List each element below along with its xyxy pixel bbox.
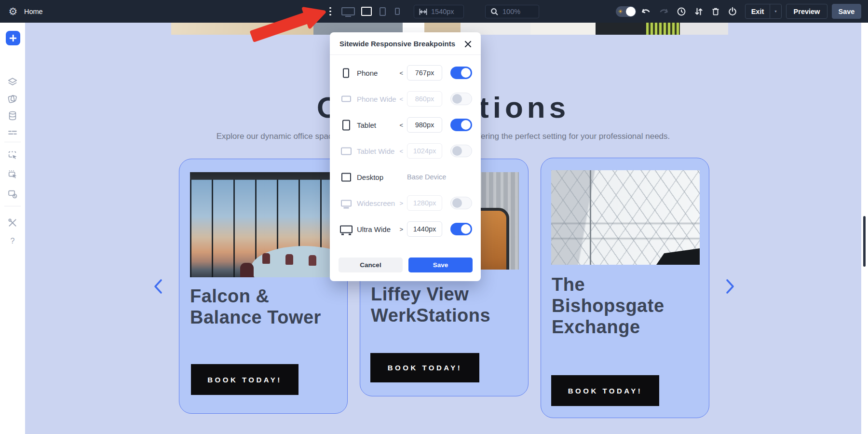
sidebar-item-menu[interactable]	[0, 125, 25, 140]
help-icon: ?	[11, 237, 15, 245]
widescreen-toggle[interactable]	[450, 197, 472, 209]
breakpoint-row-ultra-wide: Ultra Wide>1440px	[330, 216, 481, 242]
ultra-wide-icon	[339, 223, 353, 236]
widgets-icon	[7, 189, 18, 199]
ultra-wide-toggle[interactable]	[450, 223, 472, 235]
widescreen-icon	[339, 197, 353, 210]
tablet-value-input[interactable]: 980px	[407, 117, 442, 133]
history-button[interactable]	[673, 0, 690, 23]
more-options-menu[interactable]	[324, 0, 337, 23]
add-element-button[interactable]	[6, 31, 20, 45]
location-card-bishopsgate[interactable]: The Bishopsgate Exchange BOOK TODAY!	[541, 158, 709, 418]
exit-caret-button[interactable]: ▼	[770, 4, 781, 18]
save-button[interactable]: Save	[832, 4, 861, 19]
comparator-label: <	[395, 122, 403, 129]
phone-toggle[interactable]	[450, 67, 472, 79]
sort-arrows-icon	[694, 7, 704, 16]
breakpoint-label: Tablet	[357, 121, 376, 129]
location-card-falcon[interactable]: Falcon & Balance Tower BOOK TODAY!	[179, 159, 348, 414]
breakpoint-label: Phone	[357, 69, 378, 77]
card-title[interactable]: Liffey View WerkStations	[371, 284, 490, 326]
book-today-button[interactable]: BOOK TODAY!	[370, 353, 479, 382]
sidebar-item-tools[interactable]	[0, 216, 25, 230]
sidebar-item-widgets[interactable]	[0, 187, 25, 201]
tablet-wide-toggle[interactable]	[450, 145, 472, 157]
breakpoint-row-phone: Phone<767px	[330, 60, 481, 86]
undo-button[interactable]	[637, 0, 654, 23]
phone-wide-value-input[interactable]: 860px	[407, 91, 442, 107]
magnifier-icon	[490, 8, 499, 16]
editor-toolbar: ⚙ Home 1540px 100% ☀	[0, 0, 868, 23]
redo-icon	[659, 8, 669, 15]
book-today-button[interactable]: BOOK TODAY!	[191, 364, 298, 395]
settings-gear-button[interactable]: ⚙	[6, 0, 20, 23]
sidebar-item-colors[interactable]	[0, 92, 25, 106]
breakpoint-row-widescreen: Widescreen>1280px	[330, 190, 481, 216]
sidebar-item-select-block[interactable]	[0, 167, 25, 182]
sidebar-item-select-section[interactable]	[0, 148, 25, 163]
tablet-wide-icon	[339, 145, 353, 158]
comparator-label: <	[395, 69, 403, 77]
cancel-button[interactable]: Cancel	[339, 258, 403, 272]
modal-close-button[interactable]	[461, 38, 474, 50]
book-today-button[interactable]: BOOK TODAY!	[551, 375, 659, 406]
breakpoint-label: Tablet Wide	[357, 147, 394, 155]
database-icon	[7, 110, 18, 121]
gear-icon: ⚙	[9, 6, 18, 17]
breakpoint-label: Widescreen	[357, 199, 395, 207]
phone-value-input[interactable]: 767px	[407, 65, 442, 81]
base-device-label: Base Device	[407, 173, 446, 181]
exit-button[interactable]: Exit ▼	[745, 4, 782, 19]
tablet-wide-value-input[interactable]: 1024px	[407, 143, 442, 159]
caret-down-icon: ▼	[774, 10, 777, 14]
phone-wide-icon	[339, 93, 353, 106]
sidebar-item-data[interactable]	[0, 108, 25, 123]
history-clock-icon	[677, 7, 686, 16]
zoom-value: 100%	[502, 8, 520, 15]
carousel-prev-button[interactable]	[153, 279, 166, 295]
page-name-label[interactable]: Home	[24, 0, 43, 23]
menu-list-icon	[7, 127, 18, 138]
card-title[interactable]: Falcon & Balance Tower	[190, 285, 321, 328]
desktop-icon	[361, 7, 372, 16]
phone-icon	[339, 67, 353, 80]
modal-save-button[interactable]: Save	[408, 258, 473, 272]
device-widescreen-button[interactable]	[339, 0, 358, 23]
ultra-wide-value-input[interactable]: 1440px	[407, 221, 442, 237]
breakpoint-row-desktop: DesktopBase Device	[330, 164, 481, 190]
delete-button[interactable]	[707, 0, 724, 23]
card-image-sunset-office[interactable]	[190, 172, 338, 277]
undo-icon	[641, 8, 651, 15]
theme-toggle[interactable]: ☀	[616, 6, 636, 17]
chevron-left-icon	[153, 279, 163, 294]
canvas-width-input[interactable]: 1540px	[414, 5, 464, 18]
close-icon	[464, 41, 472, 48]
device-desktop-button-active[interactable]	[359, 0, 374, 23]
chevron-right-icon	[725, 279, 735, 294]
sidebar-divider	[4, 206, 21, 206]
trash-icon	[711, 7, 720, 16]
breakpoint-row-phone-wide: Phone Wide<860px	[330, 86, 481, 112]
device-phone-button[interactable]	[392, 0, 403, 23]
redo-button[interactable]	[656, 0, 672, 23]
card-title[interactable]: The Bishopsgate Exchange	[552, 274, 665, 338]
phone-wide-toggle[interactable]	[450, 93, 472, 105]
comparator-label: >	[395, 200, 403, 207]
carousel-next-button[interactable]	[725, 279, 738, 295]
card-image-atrium[interactable]	[551, 170, 700, 265]
preview-button[interactable]: Preview	[786, 4, 827, 19]
tablet-toggle[interactable]	[450, 119, 472, 131]
sort-arrows-button[interactable]	[691, 0, 707, 23]
widescreen-value-input[interactable]: 1280px	[407, 195, 442, 211]
sidebar-item-help[interactable]: ?	[0, 234, 25, 248]
breakpoint-rows: Phone<767pxPhone Wide<860pxTablet<980pxT…	[330, 60, 481, 242]
canvas-width-value: 1540px	[431, 8, 454, 15]
breakpoint-label: Phone Wide	[357, 95, 396, 103]
desktop-icon	[339, 171, 353, 184]
width-arrows-icon	[419, 8, 427, 15]
sidebar-item-layers[interactable]	[0, 75, 25, 89]
zoom-input[interactable]: 100%	[485, 5, 539, 18]
power-button[interactable]	[724, 0, 741, 23]
scrollbar-thumb[interactable]	[863, 216, 866, 267]
device-tablet-button[interactable]	[376, 0, 389, 23]
